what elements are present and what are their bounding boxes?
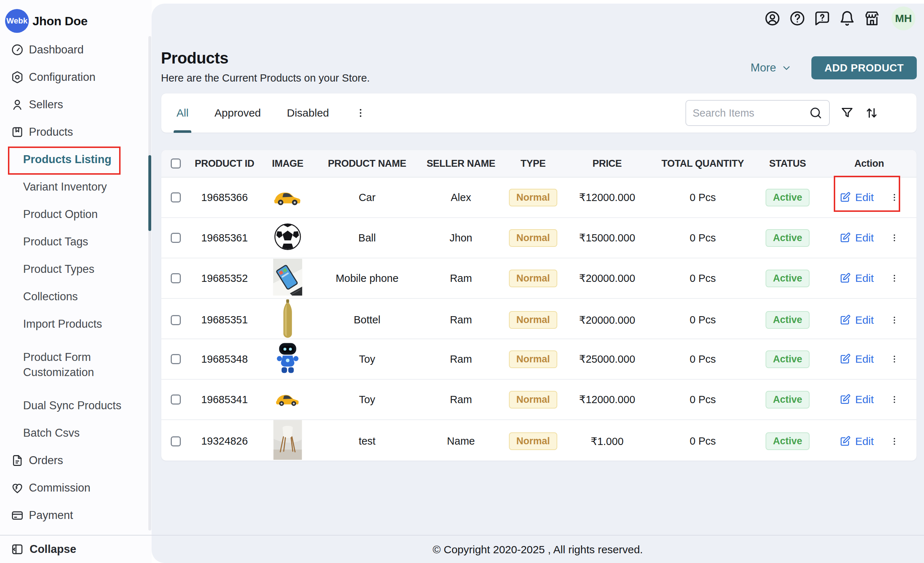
- bell-icon[interactable]: [839, 10, 855, 27]
- product-name-cell: Bottel: [316, 314, 418, 326]
- tab-all[interactable]: All: [177, 93, 188, 132]
- sidebar-item-configuration[interactable]: Configuration: [0, 63, 152, 91]
- seller-name-cell: Jhon: [418, 232, 504, 244]
- status-badge: Active: [765, 311, 809, 329]
- sidebar-item-label: Payment: [29, 509, 73, 522]
- edit-label: Edit: [855, 191, 874, 204]
- add-product-button[interactable]: ADD PRODUCT: [812, 56, 917, 79]
- sidebar-subitem-product-form-customization[interactable]: Product Form Customization: [0, 338, 152, 392]
- sidebar-subitem-import-products[interactable]: Import Products: [0, 310, 152, 338]
- more-button[interactable]: More: [751, 61, 792, 74]
- sidebar-item-payment[interactable]: Payment: [0, 502, 152, 529]
- tabs-overflow-icon[interactable]: [355, 108, 366, 118]
- edit-button[interactable]: Edit: [839, 393, 874, 406]
- store-icon[interactable]: [864, 10, 880, 27]
- sidebar-subitem-variant-inventory[interactable]: Variant Inventory: [0, 173, 152, 201]
- product-id-cell: 19685366: [190, 192, 259, 204]
- sidebar-subitem-collections[interactable]: Collections: [0, 283, 152, 310]
- edit-button[interactable]: Edit: [839, 232, 874, 244]
- edit-button[interactable]: Edit: [839, 191, 874, 204]
- avatar[interactable]: MH: [891, 6, 915, 30]
- column-header-total-quantity: TOTAL QUANTITY: [652, 158, 753, 169]
- row-menu-icon[interactable]: [890, 232, 899, 244]
- select-all-checkbox[interactable]: [171, 159, 181, 169]
- brand-logo[interactable]: Webk: [5, 9, 29, 33]
- sidebar-subitem-product-tags[interactable]: Product Tags: [0, 228, 152, 256]
- configuration-icon: [11, 71, 24, 84]
- row-checkbox[interactable]: [171, 233, 181, 243]
- product-id-cell: 19685352: [190, 273, 259, 284]
- tab-disabled[interactable]: Disabled: [287, 93, 329, 132]
- sidebar-subitem-product-option[interactable]: Product Option: [0, 201, 152, 228]
- sidebar-item-orders[interactable]: Orders: [0, 447, 152, 474]
- sidebar-item-commission[interactable]: Commission: [0, 474, 152, 502]
- price-cell: ₹12000.000: [562, 191, 652, 204]
- row-menu-icon[interactable]: [890, 435, 899, 448]
- row-menu-icon[interactable]: [890, 393, 899, 406]
- column-header-image: IMAGE: [259, 158, 316, 169]
- sidebar-item-mail-settings[interactable]: Mail Settings: [0, 529, 152, 535]
- edit-button[interactable]: Edit: [839, 353, 874, 365]
- price-cell: ₹1.000: [562, 435, 652, 448]
- row-checkbox[interactable]: [171, 273, 181, 283]
- edit-button[interactable]: Edit: [839, 314, 874, 326]
- bottle-product-image: [281, 299, 294, 341]
- sidebar-subitem-batch-csvs[interactable]: Batch Csvs: [0, 419, 152, 447]
- column-header-action: Action: [822, 158, 916, 169]
- edit-label: Edit: [855, 314, 874, 326]
- total-quantity-cell: 0 Pcs: [652, 353, 753, 365]
- edit-label: Edit: [855, 232, 874, 244]
- sidebar-subitem-products-listing[interactable]: Products Listing: [0, 146, 152, 173]
- collapse-button[interactable]: Collapse: [0, 535, 152, 563]
- help-circle-icon[interactable]: [789, 10, 806, 27]
- table-row: 19685366CarAlexNormal₹12000.0000 PcsActi…: [161, 178, 916, 218]
- edit-label: Edit: [855, 272, 874, 284]
- sellers-icon: [11, 98, 24, 111]
- product-name-cell: Ball: [316, 232, 418, 244]
- row-checkbox[interactable]: [171, 192, 181, 202]
- row-checkbox[interactable]: [171, 354, 181, 364]
- row-checkbox[interactable]: [171, 394, 181, 404]
- chair-product-image: [273, 420, 302, 461]
- seller-name-cell: Name: [418, 435, 504, 447]
- page-header: Products Here are the Current Products o…: [161, 49, 370, 84]
- column-header-price: PRICE: [562, 158, 652, 169]
- sort-icon[interactable]: [864, 106, 879, 120]
- product-name-cell: Mobile phone: [316, 273, 418, 284]
- row-checkbox[interactable]: [171, 436, 181, 446]
- type-badge: Normal: [509, 391, 557, 409]
- sidebar-item-dashboard[interactable]: Dashboard: [0, 36, 152, 63]
- row-menu-icon[interactable]: [890, 272, 899, 284]
- tab-approved[interactable]: Approved: [214, 93, 261, 132]
- row-menu-icon[interactable]: [890, 314, 899, 326]
- message-question-icon[interactable]: [814, 10, 831, 27]
- footer-copyright: © Copyright 2020-2025 , All rights reser…: [152, 544, 924, 556]
- sidebar-subitem-dual-sync-products[interactable]: Dual Sync Products: [0, 392, 152, 419]
- edit-button[interactable]: Edit: [839, 435, 874, 448]
- row-checkbox[interactable]: [171, 315, 181, 325]
- type-badge: Normal: [509, 350, 557, 368]
- user-circle-icon[interactable]: [764, 10, 781, 27]
- sidebar-subitem-label: Product Option: [23, 207, 98, 222]
- sidebar-scrollbar-thumb[interactable]: [148, 155, 151, 231]
- table-row: 19685341ToyRamNormal₹12000.0000 PcsActiv…: [161, 380, 916, 420]
- filter-icon[interactable]: [840, 106, 854, 120]
- sidebar-item-sellers[interactable]: Sellers: [0, 91, 152, 118]
- action-cell: Edit: [822, 191, 916, 204]
- sidebar-subitem-label: Collections: [23, 289, 78, 304]
- table-row: 19685348ToyRamNormal₹25000.0000 PcsActiv…: [161, 339, 916, 380]
- row-menu-icon[interactable]: [890, 191, 899, 204]
- header-actions: More ADD PRODUCT: [751, 56, 917, 79]
- sidebar-item-products[interactable]: Products: [0, 118, 152, 146]
- sidebar-subitem-product-types[interactable]: Product Types: [0, 256, 152, 283]
- search-icon[interactable]: [809, 106, 823, 120]
- sidebar-subitem-label: Product Types: [23, 262, 94, 277]
- edit-label: Edit: [855, 353, 874, 365]
- product-name-cell: Car: [316, 192, 418, 204]
- search-input[interactable]: [693, 107, 809, 119]
- row-menu-icon[interactable]: [890, 353, 899, 365]
- edit-icon: [839, 314, 851, 326]
- edit-button[interactable]: Edit: [839, 272, 874, 284]
- collapse-icon: [11, 543, 24, 556]
- collapse-label: Collapse: [30, 543, 76, 556]
